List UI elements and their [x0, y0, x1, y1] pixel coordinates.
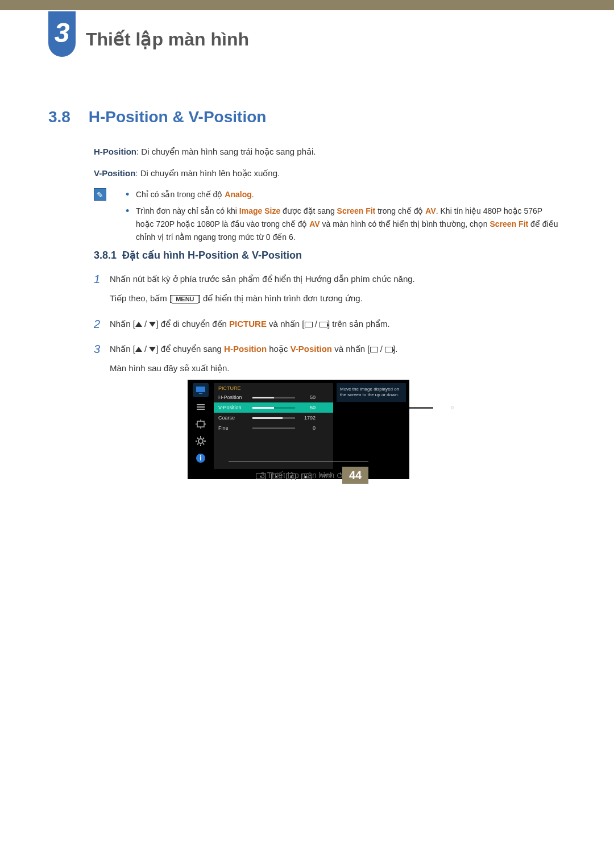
step1-line1: Nhấn nút bất kỳ ở phía trước sản phẩm để… [110, 272, 560, 286]
b1-kw: Analog [225, 190, 251, 199]
b1-pre: Chỉ có sẵn trong chế độ [136, 190, 225, 199]
b1-post: . [252, 190, 254, 199]
up-triangle-icon [135, 322, 142, 327]
osd-row-hposition-2: H-Position 50 [214, 392, 333, 402]
s2-post: ] trên sản phẩm. [327, 319, 390, 329]
osd-sidebar-list-icon [193, 400, 209, 414]
slider-icon [252, 427, 295, 429]
hposition-text: : Di chuyển màn hình sang trái hoặc sang… [136, 147, 316, 156]
osd-row-fine-2: Fine 0 [214, 423, 333, 433]
osd-panel-hposition: i PICTURE H-Position 50 V-Position 50 Co… [188, 380, 409, 479]
vposition-label: V-Position [94, 168, 135, 178]
osd-sidebar-gear-icon [193, 434, 209, 448]
page-footer: 3 Thiết lập màn hình 44 [260, 467, 368, 484]
osd-title-2: PICTURE [214, 383, 333, 392]
page-number: 44 [342, 467, 368, 484]
note-icon: ✎ [94, 188, 106, 201]
down-triangle-icon-2 [149, 347, 156, 352]
b2-m4: và màn hình có thể hiển thị bình thường,… [320, 219, 490, 229]
s2-pre: Nhấn [ [110, 319, 135, 329]
b2-kw4: AV [309, 219, 320, 229]
s2-m2: và nhấn [ [267, 319, 305, 329]
box-icon [305, 322, 313, 327]
svg-text:i: i [200, 454, 201, 462]
s3-pre: Nhấn [ [110, 344, 135, 354]
osd-label-vpos-2: V-Position [218, 405, 252, 410]
svg-rect-18 [199, 393, 202, 394]
section-number: 3.8 [48, 108, 70, 126]
osd-label-hpos-2: H-Position [218, 394, 252, 400]
hposition-desc: H-Position: Di chuyển màn hình sang trái… [94, 145, 560, 159]
s2-m1: ] để di chuyển đến [156, 319, 229, 329]
osd-label-coarse-2: Coarse [218, 415, 252, 421]
svg-rect-22 [197, 421, 204, 427]
osd-main-panel-2: PICTURE H-Position 50 V-Position 50 Coar… [214, 383, 333, 469]
b2-m1: được đặt sang [280, 206, 337, 215]
s3-kw1: H-Position [224, 344, 267, 354]
section-content: H-Position: Di chuyển màn hình sang trái… [94, 145, 560, 247]
subsection-heading: 3.8.1 Đặt cấu hình H-Position & V-Positi… [94, 249, 560, 261]
note-bullet-2: Trình đơn này chỉ sẵn có khi Image Size … [126, 205, 560, 244]
step3-line2: Màn hình sau đây sẽ xuất hiện. [110, 361, 560, 376]
osd-value-hpos-2: 50 [298, 394, 316, 400]
chapter-header: 3 Thiết lập màn hình [48, 11, 249, 57]
svg-rect-19 [197, 404, 205, 405]
subsection-number: 3.8.1 [94, 250, 117, 261]
osd-row-coarse-2: Coarse 1792 [214, 413, 333, 423]
osd-panel-vposition: i PICTURE H-Position 50 V-Position 50 Co… [188, 380, 409, 479]
box-icon-2 [370, 347, 378, 352]
b2-m2: trong chế độ [375, 206, 425, 215]
step-1: 1 Nhấn nút bất kỳ ở phía trước sản phẩm … [94, 272, 560, 311]
osd-sidebar-picture-icon [193, 383, 209, 397]
osd-row-vposition-2: V-Position 50 [214, 402, 333, 413]
svg-rect-20 [197, 406, 205, 408]
osd-value-fine: 0 [437, 405, 454, 410]
s3-m2: hoặc [267, 344, 291, 354]
step3-line1: Nhấn [ / ] để chuyển sang H-Position hoặ… [110, 342, 560, 356]
subsection-title: Đặt cấu hình H-Position & V-Position [122, 250, 302, 261]
slider-icon [252, 397, 295, 398]
footer-rule [229, 462, 368, 462]
s3-m1: ] để chuyển sang [156, 344, 224, 354]
up-triangle-icon-2 [135, 347, 142, 352]
b2-kw2: Screen Fit [337, 206, 376, 215]
step-number-1: 1 [94, 272, 110, 311]
b2-kw1: Image Size [239, 206, 280, 215]
step2-line: Nhấn [ / ] để di chuyển đến PICTURE và n… [110, 317, 560, 331]
s1b-pre: Tiếp theo, bấm [ [110, 293, 172, 303]
step-2: 2 Nhấn [ / ] để di chuyển đến PICTURE và… [94, 317, 560, 336]
section-heading: 3.8 H-Position & V-Position [48, 108, 266, 126]
vposition-text: : Di chuyển màn hình lên hoặc xuống. [135, 168, 280, 178]
b2-kw3: AV [425, 206, 435, 215]
menu-key-icon: MENU [172, 295, 198, 304]
subsection: 3.8.1 Đặt cấu hình H-Position & V-Positi… [94, 249, 560, 386]
steps-list: 1 Nhấn nút bất kỳ ở phía trước sản phẩm … [94, 272, 560, 380]
box-arrow-icon-2 [385, 347, 393, 352]
vposition-desc: V-Position: Di chuyển màn hình lên hoặc … [94, 167, 560, 180]
hposition-label: H-Position [94, 147, 136, 156]
svg-point-23 [198, 439, 203, 443]
osd-label-fine-2: Fine [218, 425, 252, 431]
section-title: H-Position & V-Position [89, 108, 267, 126]
box-arrow-icon [320, 322, 327, 327]
svg-rect-21 [197, 409, 205, 410]
svg-line-30 [203, 438, 204, 439]
b2-pre: Trình đơn này chỉ sẵn có khi [136, 206, 239, 215]
note-block: ✎ Chỉ có sẵn trong chế độ Analog. Trình … [94, 188, 560, 247]
step1-line2: Tiếp theo, bấm [MENU] để hiển thị màn hì… [110, 291, 560, 306]
svg-line-31 [197, 443, 198, 445]
chapter-title: Thiết lập màn hình [86, 28, 249, 50]
osd-value-fine-2: 0 [298, 425, 316, 431]
osd-value-coarse-2: 1792 [298, 415, 316, 421]
note-bullets: Chỉ có sẵn trong chế độ Analog. Trình đơ… [126, 188, 560, 247]
step-3: 3 Nhấn [ / ] để chuyển sang H-Position h… [94, 342, 560, 381]
down-triangle-icon [149, 322, 156, 327]
slider-icon [252, 407, 295, 409]
osd-sidebar-size-icon [193, 417, 209, 431]
s3-m3: và nhấn [ [332, 344, 370, 354]
footer-chapter-text: 3 Thiết lập màn hình [260, 471, 334, 480]
s3-kw2: V-Position [291, 344, 332, 354]
svg-line-29 [203, 443, 204, 445]
top-accent-bar [0, 0, 614, 10]
osd-tooltip-2: Move the image displayed on the screen t… [337, 383, 406, 402]
